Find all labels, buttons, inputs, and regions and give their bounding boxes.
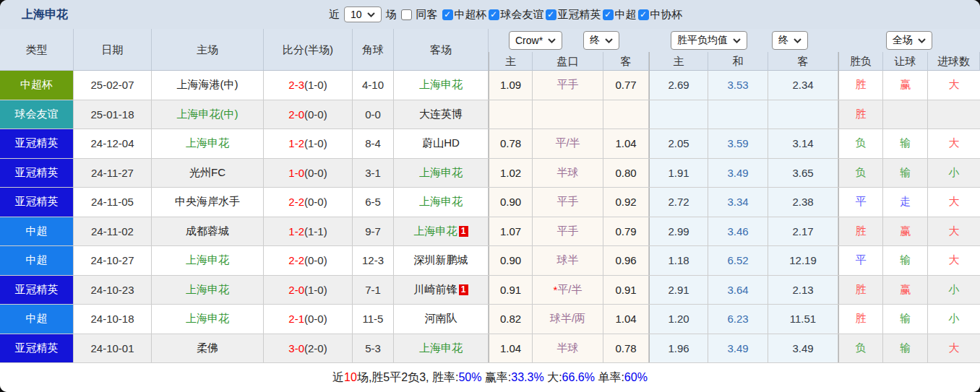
home-team-link[interactable]: 柔佛 [197, 341, 218, 355]
odds-away-value: 0.78 [615, 342, 636, 354]
handicap-result-value: 输 [900, 341, 911, 355]
home-team-cell: 上海申花 [152, 276, 264, 305]
league-type-badge: 球会友谊 [0, 100, 74, 129]
league-type-label: 球会友谊 [15, 108, 59, 121]
result-value: 胜 [856, 78, 867, 92]
match-date-text: 24-12-04 [90, 137, 134, 149]
avg-home-value: 1.96 [668, 342, 689, 354]
home-team-link[interactable]: 上海海港(中) [177, 78, 238, 92]
result-cell: 负 [838, 129, 883, 158]
match-date-text: 24-10-23 [90, 284, 134, 296]
average-odds-select[interactable]: 胜平负均值 [671, 31, 747, 50]
red-card-badge: 1 [459, 226, 468, 237]
home-team-link[interactable]: 上海申花 [186, 136, 229, 150]
handicap-cell: 半球 [533, 159, 603, 188]
goals-result-cell: 大 [928, 334, 980, 363]
fulltime-score: 3-0 [288, 342, 304, 354]
home-team-link[interactable]: 上海申花 [186, 253, 229, 267]
league-checkbox-2[interactable] [546, 9, 556, 20]
avg-home-cell [649, 100, 708, 129]
page-title: 上海申花 [22, 0, 68, 29]
away-team-link[interactable]: 上海申花 [419, 166, 463, 180]
away-team-link[interactable]: 川崎前锋 [414, 283, 457, 297]
league-type-badge: 亚冠精英 [0, 276, 74, 305]
subheader-odds-away: 客 [603, 52, 649, 71]
match-date: 24-11-05 [74, 188, 152, 217]
league-type-badge: 中超 [0, 217, 74, 246]
odds-away-value: 0.91 [615, 284, 636, 296]
handicap-result-value: 输 [900, 253, 911, 267]
odds-home-value: 0.91 [500, 284, 521, 296]
home-team-link[interactable]: 上海申花 [186, 312, 229, 326]
home-team-link[interactable]: 中央海岸水手 [175, 195, 240, 209]
home-team-link[interactable]: 光州FC [189, 166, 225, 180]
scope-select[interactable]: 全场 [886, 31, 932, 50]
away-team-link[interactable]: 河南队 [425, 312, 457, 326]
avg-draw-cell [708, 100, 768, 129]
odds-away-value: 0.79 [615, 225, 636, 238]
away-team-cell: 上海申花 [394, 71, 489, 100]
score-cell: 2-3(1-0) [264, 71, 353, 100]
away-team-link[interactable]: 上海申花 [419, 341, 463, 355]
goals-result-value: 小 [949, 312, 960, 326]
league-type-badge: 中超杯 [0, 71, 74, 100]
league-checkbox-label: 球会友谊 [501, 8, 544, 22]
handicap-result-value: 输 [900, 166, 911, 180]
league-type-badge: 中超 [0, 246, 74, 275]
halftime-score: (0-0) [304, 313, 327, 325]
result-value: 胜 [856, 312, 867, 326]
same-away-checkbox[interactable] [401, 9, 412, 20]
subheader-handicap: 盘口 [533, 52, 603, 71]
league-checkbox-4[interactable] [638, 9, 649, 20]
fulltime-score: 1-2 [288, 225, 304, 238]
halftime-score: (1-0) [304, 284, 327, 296]
corners-cell: 11-5 [353, 305, 394, 334]
average-time-select[interactable]: 终 [772, 31, 808, 50]
league-type-label: 中超 [26, 312, 48, 326]
home-team-cell: 上海申花 [152, 305, 264, 334]
result-cell: 胜 [838, 276, 883, 305]
home-team-link[interactable]: 上海申花(中) [177, 108, 238, 121]
handicap-result-cell: 赢 [883, 276, 928, 305]
avg-away-value: 3.14 [792, 137, 813, 149]
score-cell: 2-0(1-0) [264, 276, 353, 305]
avg-draw-cell: 3.34 [708, 188, 768, 217]
league-checkbox-3[interactable] [603, 9, 614, 20]
avg-home-cell: 1.91 [649, 159, 708, 188]
match-date-text: 24-11-05 [91, 196, 134, 208]
away-team-link[interactable]: 上海申花 [419, 78, 463, 92]
league-checkbox-0[interactable] [442, 9, 453, 20]
away-team-link[interactable]: 上海申花 [419, 195, 463, 209]
away-team-link[interactable]: 蔚山HD [422, 136, 460, 150]
result-cell: 胜 [838, 305, 883, 334]
league-checkbox-1[interactable] [489, 9, 499, 20]
bookmaker-time-select[interactable]: 终 [583, 31, 619, 50]
away-team-link[interactable]: 深圳新鹏城 [414, 253, 468, 267]
away-team-link[interactable]: 大连英博 [419, 108, 463, 121]
result-cell: 负 [838, 334, 883, 363]
col-header-corners: 角球 [353, 29, 394, 70]
goals-result-value: 大 [949, 136, 960, 150]
home-team-link[interactable]: 上海申花 [186, 283, 229, 297]
recent-count-select[interactable]: 10 [344, 6, 382, 22]
away-team-link[interactable]: 上海申花 [414, 225, 457, 238]
fulltime-score: 2-3 [288, 79, 304, 91]
match-date: 24-10-23 [74, 276, 152, 305]
corners-text: 9-7 [365, 225, 381, 238]
bookmaker-select[interactable]: Crow* [509, 31, 562, 50]
handicap-result-cell: 走 [883, 188, 928, 217]
odds-home-cell: 0.91 [489, 276, 533, 305]
avg-home-cell: 2.91 [649, 276, 708, 305]
match-date: 24-11-27 [74, 159, 152, 188]
odds-home-value: 0.90 [500, 254, 521, 266]
goals-result-cell: 大 [928, 188, 980, 217]
odds-home-value: 1.02 [500, 167, 521, 179]
avg-draw-cell: 6.23 [708, 305, 768, 334]
match-date: 25-02-07 [74, 71, 152, 100]
home-team-link[interactable]: 成都蓉城 [186, 225, 229, 238]
subheader-avg-home: 主 [649, 52, 708, 71]
odds-home-cell: 0.90 [489, 246, 533, 275]
away-team-cell: 川崎前锋1 [394, 276, 489, 305]
table-row: 亚冠精英24-12-04上海申花1-2(1-0)8-4蔚山HD0.78平/半1.… [0, 129, 980, 159]
avg-home-value: 1.91 [668, 167, 689, 179]
